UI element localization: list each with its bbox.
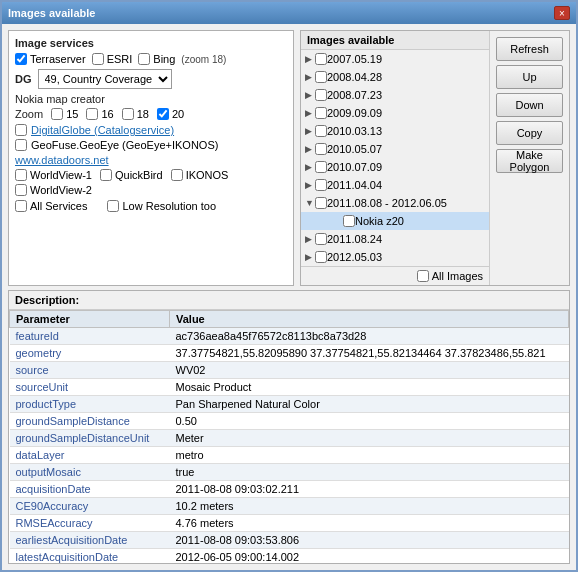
table-row: acquisitionDate2011-08-08 09:03:02.211	[10, 481, 569, 498]
up-button[interactable]: Up	[496, 65, 563, 89]
value-cell: 10.2 meters	[170, 498, 569, 515]
content-area: Image services Terraserver ESRI Bing (zo	[2, 24, 576, 570]
param-cell: sourceUnit	[10, 379, 170, 396]
nokia-z18-group: 18	[122, 108, 149, 120]
expand-arrow-icon: ▶	[305, 126, 315, 136]
list-item[interactable]: ▶ 2011.08.24	[301, 230, 489, 248]
item-checkbox[interactable]	[315, 71, 327, 83]
expand-arrow-icon: ▶	[305, 108, 315, 118]
list-item[interactable]: ▶ 2010.05.07	[301, 140, 489, 158]
item-label: 2011.08.08 - 2012.06.05	[327, 197, 485, 209]
nokia-z16-checkbox[interactable]	[86, 108, 98, 120]
param-cell: source	[10, 362, 170, 379]
title-bar: Images available ×	[2, 2, 576, 24]
table-row: dataLayermetro	[10, 447, 569, 464]
table-row: featureIdac736aea8a45f76572c8113bc8a73d2…	[10, 328, 569, 345]
item-label: 2007.05.19	[327, 53, 485, 65]
digital-globe-row: DigitalGlobe (Catalogservice)	[15, 124, 287, 136]
item-checkbox[interactable]	[315, 143, 327, 155]
esri-group: ESRI	[92, 53, 133, 65]
list-item[interactable]: ▼ 2011.08.08 - 2012.06.05	[301, 194, 489, 212]
param-cell: dataLayer	[10, 447, 170, 464]
table-header-row: Parameter Value	[10, 311, 569, 328]
nokia-z18-label: 18	[137, 108, 149, 120]
table-row: RMSEAccuracy4.76 meters	[10, 515, 569, 532]
window-title: Images available	[8, 7, 95, 19]
item-checkbox[interactable]	[315, 197, 327, 209]
param-cell: RMSEAccuracy	[10, 515, 170, 532]
description-table-container[interactable]: Parameter Value featureIdac736aea8a45f76…	[9, 310, 569, 563]
item-checkbox[interactable]	[315, 107, 327, 119]
esri-checkbox[interactable]	[92, 53, 104, 65]
list-item[interactable]: ▶ 2010.07.09	[301, 158, 489, 176]
list-item[interactable]: ▶ 2010.03.13	[301, 122, 489, 140]
all-services-group: All Services	[15, 200, 87, 212]
right-section: Images available ▶ 2007.05.19 ▶	[300, 30, 570, 286]
geofuse-checkbox[interactable]	[15, 139, 27, 151]
nokia-z20-label: 20	[172, 108, 184, 120]
nokia-z15-checkbox[interactable]	[51, 108, 63, 120]
copy-button[interactable]: Copy	[496, 121, 563, 145]
description-section: Description: Parameter Value featureIdac…	[8, 290, 570, 564]
list-item[interactable]: ▶ 2012.05.03	[301, 248, 489, 266]
worldview2-checkbox[interactable]	[15, 184, 27, 196]
quickbird-checkbox[interactable]	[100, 169, 112, 181]
all-images-group: All Images	[417, 270, 483, 282]
item-label: 2012.05.03	[327, 251, 485, 263]
param-cell: latestAcquisitionDate	[10, 549, 170, 564]
list-item[interactable]: ▶ 2011.04.04	[301, 176, 489, 194]
item-checkbox[interactable]	[315, 89, 327, 101]
all-images-label: All Images	[432, 270, 483, 282]
nokia-label: Nokia map creator	[15, 93, 287, 105]
item-checkbox[interactable]	[315, 179, 327, 191]
nokia-z18-checkbox[interactable]	[122, 108, 134, 120]
expand-arrow-icon: ▶	[305, 234, 315, 244]
datadoors-label[interactable]: www.datadoors.net	[15, 154, 287, 166]
close-button[interactable]: ×	[554, 6, 570, 20]
table-row: sourceUnitMosaic Product	[10, 379, 569, 396]
digital-globe-label[interactable]: DigitalGlobe (Catalogservice)	[31, 124, 174, 136]
worldview-row2: WorldView-2	[15, 184, 287, 196]
param-cell: CE90Accuracy	[10, 498, 170, 515]
make-polygon-button[interactable]: Make Polygon	[496, 149, 563, 173]
dg-dropdown[interactable]: 49, Country Coverage 50, World Coverage …	[38, 69, 172, 89]
digital-globe-checkbox[interactable]	[15, 124, 27, 136]
nokia-zoom-label: Zoom	[15, 108, 43, 120]
all-images-checkbox[interactable]	[417, 270, 429, 282]
expand-arrow-icon: ▶	[305, 54, 315, 64]
item-checkbox[interactable]	[315, 161, 327, 173]
expand-arrow-icon: ▶	[305, 162, 315, 172]
value-cell: true	[170, 464, 569, 481]
table-row: CE90Accuracy10.2 meters	[10, 498, 569, 515]
value-cell: 0.50	[170, 413, 569, 430]
expand-arrow-icon: ▶	[305, 144, 315, 154]
nokia-zoom-row: Zoom 15 16 18 20	[15, 108, 287, 120]
list-item[interactable]: ▶ 2008.04.28	[301, 68, 489, 86]
item-checkbox[interactable]	[343, 215, 355, 227]
list-item[interactable]: ▶ 2009.09.09	[301, 104, 489, 122]
item-checkbox[interactable]	[315, 251, 327, 263]
low-resolution-label: Low Resolution too	[122, 200, 216, 212]
nokia-z20-checkbox[interactable]	[157, 108, 169, 120]
worldview1-checkbox[interactable]	[15, 169, 27, 181]
item-checkbox[interactable]	[315, 125, 327, 137]
images-list-container[interactable]: ▶ 2007.05.19 ▶ 2008.04.28	[301, 50, 489, 266]
list-item[interactable]: Nokia z20	[301, 212, 489, 230]
item-checkbox[interactable]	[315, 233, 327, 245]
low-resolution-checkbox[interactable]	[107, 200, 119, 212]
refresh-button[interactable]: Refresh	[496, 37, 563, 61]
list-item[interactable]: ▶ 2007.05.19	[301, 50, 489, 68]
value-cell: 4.76 meters	[170, 515, 569, 532]
param-cell: groundSampleDistanceUnit	[10, 430, 170, 447]
ikonos-checkbox[interactable]	[171, 169, 183, 181]
down-button[interactable]: Down	[496, 93, 563, 117]
expand-arrow-icon: ▶	[305, 72, 315, 82]
bing-checkbox[interactable]	[138, 53, 150, 65]
list-item[interactable]: ▶ 2008.07.23	[301, 86, 489, 104]
expand-arrow-icon: ▶	[305, 180, 315, 190]
item-checkbox[interactable]	[315, 53, 327, 65]
value-cell: metro	[170, 447, 569, 464]
value-cell: Pan Sharpened Natural Color	[170, 396, 569, 413]
all-services-checkbox[interactable]	[15, 200, 27, 212]
terraserver-checkbox[interactable]	[15, 53, 27, 65]
